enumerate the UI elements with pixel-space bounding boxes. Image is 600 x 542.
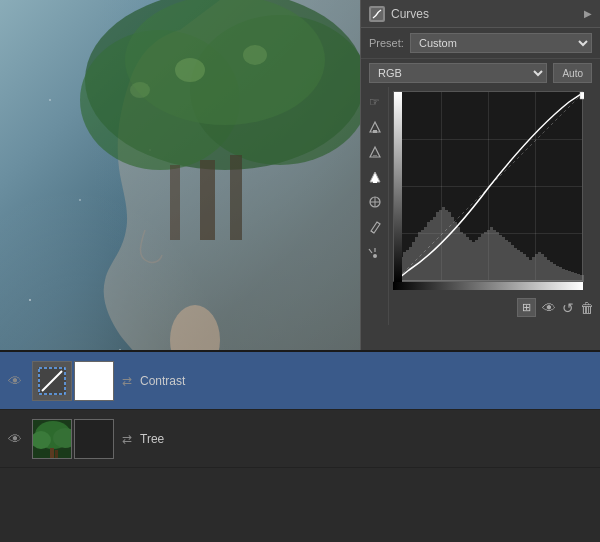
layer-name-contrast: Contrast — [140, 374, 185, 388]
svg-rect-51 — [472, 242, 475, 282]
left-gradient-strip — [394, 92, 402, 282]
panel-body: ☞ — [361, 87, 600, 325]
layer-row-contrast[interactable]: 👁 ⇄ Contrast — [0, 352, 600, 410]
svg-rect-81 — [562, 269, 565, 282]
svg-rect-76 — [547, 260, 550, 282]
view-icon[interactable]: 👁 — [542, 300, 556, 316]
channel-row: RGB Red Green Blue Auto — [361, 59, 600, 87]
bottom-gradient-strip — [393, 282, 583, 290]
svg-rect-45 — [454, 222, 457, 282]
svg-rect-78 — [553, 264, 556, 282]
svg-rect-72 — [535, 254, 538, 282]
svg-rect-70 — [529, 260, 532, 282]
svg-rect-97 — [50, 448, 54, 459]
eyedropper-white-button[interactable] — [364, 166, 386, 188]
pencil-button[interactable] — [364, 216, 386, 238]
layer-mask-contrast — [74, 361, 114, 401]
svg-line-23 — [369, 249, 372, 253]
auto-button[interactable]: Auto — [553, 63, 592, 83]
layer-name-tree: Tree — [140, 432, 164, 446]
svg-rect-54 — [481, 234, 484, 282]
svg-rect-73 — [538, 252, 541, 282]
preset-label: Preset: — [369, 37, 404, 49]
svg-rect-75 — [544, 257, 547, 282]
delete-icon[interactable]: 🗑 — [580, 300, 594, 316]
channel-dropdown[interactable]: RGB Red Green Blue — [369, 63, 547, 83]
svg-rect-31 — [412, 242, 415, 282]
svg-rect-55 — [484, 232, 487, 282]
svg-point-8 — [175, 58, 205, 82]
svg-rect-86 — [577, 274, 580, 282]
collapse-arrow[interactable]: ▶ — [584, 8, 592, 19]
preset-row: Preset: Custom — [361, 28, 600, 59]
svg-rect-53 — [478, 237, 481, 282]
panel-title: Curves — [391, 7, 429, 21]
svg-rect-82 — [565, 270, 568, 282]
visibility-icon-tree[interactable]: 👁 — [8, 431, 24, 447]
layer-mask-tree — [74, 419, 114, 459]
svg-rect-61 — [502, 237, 505, 282]
svg-rect-56 — [487, 230, 490, 282]
svg-rect-77 — [550, 262, 553, 282]
add-layer-icon[interactable]: ⊞ — [517, 298, 536, 317]
layer-link-group — [32, 361, 114, 401]
svg-rect-7 — [170, 165, 180, 240]
layer-row-tree[interactable]: 👁 ⇄ Tree — [0, 410, 600, 468]
layers-panel: 👁 ⇄ Contrast 👁 — [0, 350, 600, 542]
eyedropper-black-button[interactable] — [364, 116, 386, 138]
svg-rect-17 — [373, 180, 377, 183]
layer-thumb-tree — [32, 419, 72, 459]
svg-rect-59 — [496, 232, 499, 282]
svg-rect-74 — [541, 254, 544, 282]
svg-rect-13 — [373, 130, 377, 133]
svg-rect-50 — [469, 240, 472, 282]
svg-rect-48 — [463, 234, 466, 282]
svg-rect-60 — [499, 235, 502, 282]
target-button[interactable] — [364, 241, 386, 263]
curves-graph[interactable] — [393, 91, 583, 281]
panel-header: Curves ▶ — [361, 0, 600, 28]
properties-panel: Curves ▶ Preset: Custom RGB Red Green Bl… — [360, 0, 600, 350]
svg-rect-83 — [568, 271, 571, 282]
svg-rect-90 — [580, 92, 584, 99]
svg-rect-71 — [532, 257, 535, 282]
svg-rect-87 — [580, 275, 584, 282]
svg-rect-46 — [457, 227, 460, 282]
svg-rect-52 — [475, 240, 478, 282]
preset-dropdown[interactable]: Custom — [410, 33, 592, 53]
svg-rect-44 — [451, 217, 454, 282]
reset-icon[interactable]: ↺ — [562, 300, 574, 316]
visibility-icon-contrast[interactable]: 👁 — [8, 373, 24, 389]
eyedropper-gray-button[interactable] — [364, 141, 386, 163]
svg-rect-85 — [574, 273, 577, 282]
curves-container: ⊞ 👁 ↺ 🗑 — [389, 87, 600, 325]
svg-point-10 — [130, 82, 150, 98]
curves-icon — [369, 6, 385, 22]
tree-overlay — [80, 0, 365, 240]
svg-rect-5 — [200, 160, 215, 240]
svg-rect-47 — [460, 232, 463, 282]
svg-rect-6 — [230, 155, 242, 240]
curves-bottom-bar: ⊞ 👁 ↺ 🗑 — [393, 294, 596, 321]
svg-rect-62 — [505, 240, 508, 282]
svg-rect-67 — [520, 252, 523, 282]
svg-rect-35 — [424, 227, 427, 282]
svg-rect-57 — [490, 227, 493, 282]
svg-rect-69 — [526, 257, 529, 282]
histogram-svg — [394, 92, 584, 282]
svg-rect-66 — [517, 250, 520, 282]
svg-rect-41 — [442, 207, 445, 282]
svg-rect-80 — [559, 267, 562, 282]
svg-rect-42 — [445, 210, 448, 282]
svg-rect-79 — [556, 266, 559, 282]
svg-rect-68 — [523, 254, 526, 282]
sample-curve-button[interactable] — [364, 191, 386, 213]
svg-rect-58 — [493, 230, 496, 282]
svg-rect-65 — [514, 248, 517, 282]
tools-column: ☞ — [361, 87, 389, 325]
hand-tool-button[interactable]: ☞ — [364, 91, 386, 113]
svg-point-9 — [243, 45, 267, 65]
svg-point-22 — [373, 254, 377, 258]
link-icon-tree: ⇄ — [122, 432, 132, 446]
svg-rect-28 — [403, 252, 406, 282]
